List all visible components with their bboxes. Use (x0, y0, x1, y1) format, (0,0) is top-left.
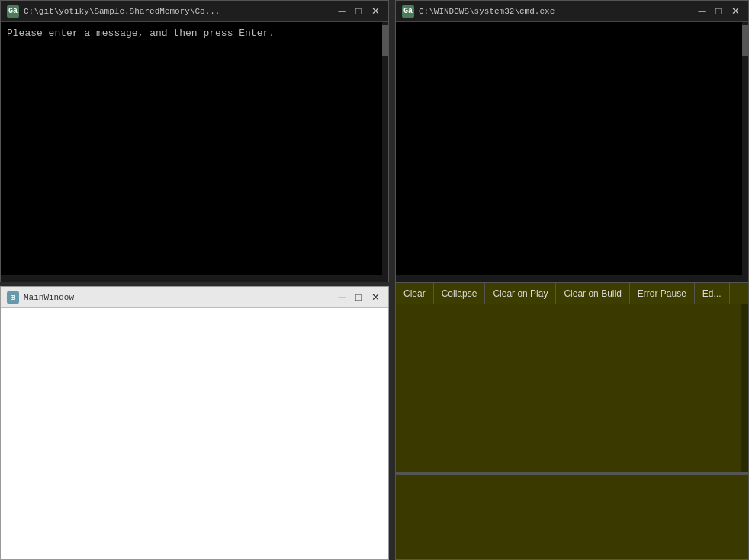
titlebar-terminal-left: Ga C:\git\yotiky\Sample.SharedMemory\Co.… (1, 1, 388, 22)
minimize-button-left[interactable]: ─ (335, 5, 349, 18)
console-clear-on-build-button[interactable]: Clear on Build (556, 283, 629, 304)
close-button-left[interactable]: ✕ (368, 5, 382, 18)
terminal-left-icon: Ga (7, 5, 19, 18)
terminal-right-scrollbar-h[interactable] (396, 275, 742, 282)
console-toolbar: Clear Collapse Clear on Play Clear on Bu… (396, 283, 748, 304)
close-button-main[interactable]: ✕ (368, 291, 382, 304)
close-button-right[interactable]: ✕ (728, 5, 742, 18)
terminal-right-icon: Ga (402, 5, 414, 18)
terminal-left-scrollbar-h[interactable] (1, 275, 382, 282)
console-collapse-button[interactable]: Collapse (434, 283, 486, 304)
terminal-window-left: Ga C:\git\yotiky\Sample.SharedMemory\Co.… (0, 0, 389, 282)
terminal-left-content[interactable]: Please enter a message, and then press E… (1, 22, 388, 282)
main-window-title: MainWindow (24, 293, 330, 302)
scrollbar-thumb-left-v (382, 25, 388, 56)
titlebar-main: ⊞ MainWindow ─ □ ✕ (1, 287, 388, 308)
console-clear-on-play-button[interactable]: Clear on Play (485, 283, 556, 304)
main-window-icon: ⊞ (7, 291, 19, 304)
console-bottom-panel[interactable] (396, 475, 748, 559)
minimize-button-main[interactable]: ─ (335, 291, 349, 304)
titlebar-controls-main: ─ □ ✕ (335, 291, 382, 304)
console-window: Clear Collapse Clear on Play Clear on Bu… (395, 282, 749, 560)
scrollbar-thumb-right-v (742, 25, 748, 56)
console-clear-button[interactable]: Clear (396, 283, 434, 304)
console-content[interactable] (396, 304, 748, 472)
terminal-left-scrollbar-v[interactable] (382, 22, 388, 282)
terminal-right-content[interactable] (396, 22, 748, 282)
titlebar-controls-left: ─ □ ✕ (335, 5, 382, 18)
console-scrollbar-v[interactable] (741, 304, 748, 472)
maximize-button-right[interactable]: □ (712, 5, 725, 18)
maximize-button-left[interactable]: □ (352, 5, 365, 18)
titlebar-controls-right: ─ □ ✕ (695, 5, 742, 18)
console-editor-button[interactable]: Ed... (695, 283, 730, 304)
titlebar-terminal-right: Ga C:\WINDOWS\system32\cmd.exe ─ □ ✕ (396, 1, 748, 22)
main-window-content[interactable] (1, 308, 388, 559)
terminal-right-title: C:\WINDOWS\system32\cmd.exe (419, 7, 690, 16)
terminal-window-right: Ga C:\WINDOWS\system32\cmd.exe ─ □ ✕ (395, 0, 749, 282)
minimize-button-right[interactable]: ─ (695, 5, 709, 18)
console-error-pause-button[interactable]: Error Pause (630, 283, 695, 304)
terminal-left-title: C:\git\yotiky\Sample.SharedMemory\Co... (24, 7, 330, 16)
maximize-button-main[interactable]: □ (352, 291, 365, 304)
terminal-left-text: Please enter a message, and then press E… (7, 27, 382, 40)
terminal-right-scrollbar-v[interactable] (742, 22, 748, 282)
main-window: ⊞ MainWindow ─ □ ✕ (0, 286, 389, 560)
